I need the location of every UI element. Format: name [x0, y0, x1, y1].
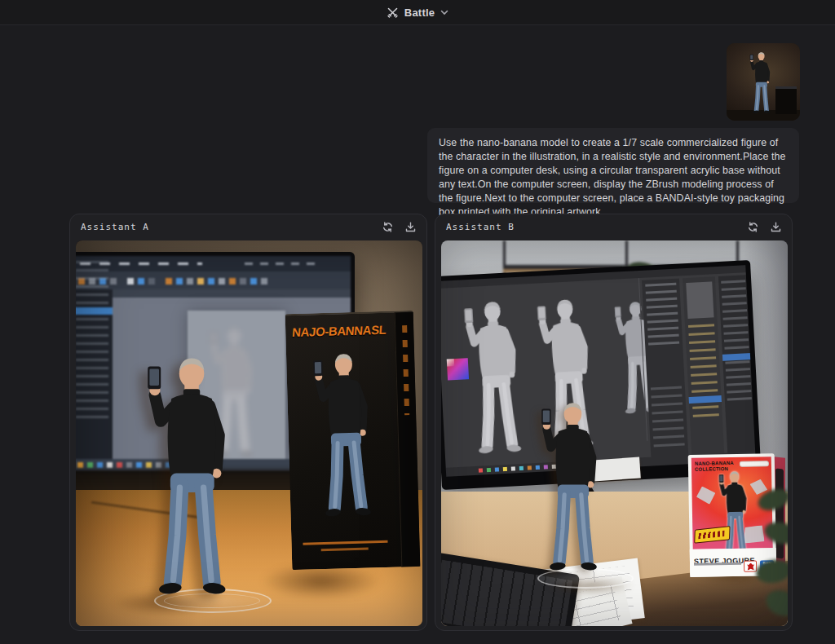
zbrush-clay-figure-front — [458, 298, 535, 456]
zbrush-selected-row — [76, 307, 113, 315]
chevron-down-icon — [440, 10, 448, 15]
packaging-box-b: NANO-BANANA COLLECTION STEVE JOGURE BAN … — [688, 453, 777, 577]
download-icon — [771, 222, 781, 232]
box-b-side-silhouette — [775, 468, 784, 558]
taskbar-a-icons — [77, 462, 83, 468]
box-b-polygon-shape — [696, 486, 716, 505]
crossed-swords-icon — [387, 7, 399, 19]
box-a-title: NAJO-BANNASL — [292, 323, 392, 339]
figurine-b — [536, 400, 612, 572]
zbrush-toolbar — [76, 271, 351, 289]
prompt-panel: Use the nano-banana model to create a 1/… — [427, 128, 799, 203]
assistant-a-title: Assistant A — [81, 222, 382, 232]
box-a-artwork-figure — [307, 351, 386, 518]
input-image-thumbnail[interactable] — [727, 43, 800, 121]
steve-jobs-photo-figure — [748, 51, 775, 114]
download-button[interactable] — [771, 222, 781, 232]
page: Battle Use the nano-banana model to crea… — [0, 0, 835, 644]
assistant-b-panel: Assistant B — [435, 214, 793, 631]
taskbar-b-icons — [479, 468, 483, 472]
packaging-box-a: NAJO-BANNASL — [285, 311, 421, 570]
stage-podium — [775, 86, 797, 114]
box-b-info-pill — [740, 461, 769, 467]
zbrush-b-panel-subtools — [683, 276, 724, 456]
download-button[interactable] — [405, 222, 416, 232]
download-icon — [405, 222, 416, 232]
box-b-subtitle-line — [694, 562, 741, 566]
zbrush-menu-text-right — [245, 262, 318, 265]
regenerate-button[interactable] — [748, 222, 758, 232]
assistant-a-header: Assistant A — [70, 214, 426, 239]
box-b-phoenix-logo — [744, 560, 757, 571]
panel-rows — [688, 324, 719, 423]
refresh-icon — [382, 222, 393, 232]
zbrush-canvas-header — [113, 289, 351, 298]
box-a-side-text — [402, 325, 409, 415]
box-a-caption-line1 — [303, 540, 387, 545]
assistant-b-title: Assistant B — [446, 222, 748, 232]
mode-label: Battle — [404, 7, 435, 19]
generated-image-a[interactable]: NAJO-BANNASL — [76, 240, 422, 626]
topbar: Battle — [0, 0, 835, 25]
model-thumbnail — [686, 281, 714, 319]
panel-rows — [645, 283, 679, 350]
generated-image-b[interactable]: NANO-BANANA COLLECTION STEVE JOGURE BAN … — [441, 240, 788, 626]
panel-rows — [651, 386, 685, 450]
zbrush-b-panel-tools — [642, 279, 688, 458]
color-picker-highlight — [447, 359, 454, 366]
battle-mode-switcher[interactable]: Battle — [387, 7, 448, 19]
assistant-a-panel: Assistant A — [69, 214, 427, 631]
zbrush-b-panel-layers — [718, 275, 756, 454]
refresh-icon — [748, 222, 758, 232]
box-a-caption-line2 — [321, 548, 369, 552]
zbrush-left-panel-rows — [76, 261, 108, 424]
prompt-text: Use the nano-banana model to create a 1/… — [439, 136, 788, 218]
box-b-series-logo-text — [698, 531, 724, 539]
assistant-b-header: Assistant B — [435, 214, 792, 239]
regenerate-button[interactable] — [382, 222, 393, 232]
figurine-a — [139, 355, 246, 597]
panel-rows — [721, 280, 752, 403]
